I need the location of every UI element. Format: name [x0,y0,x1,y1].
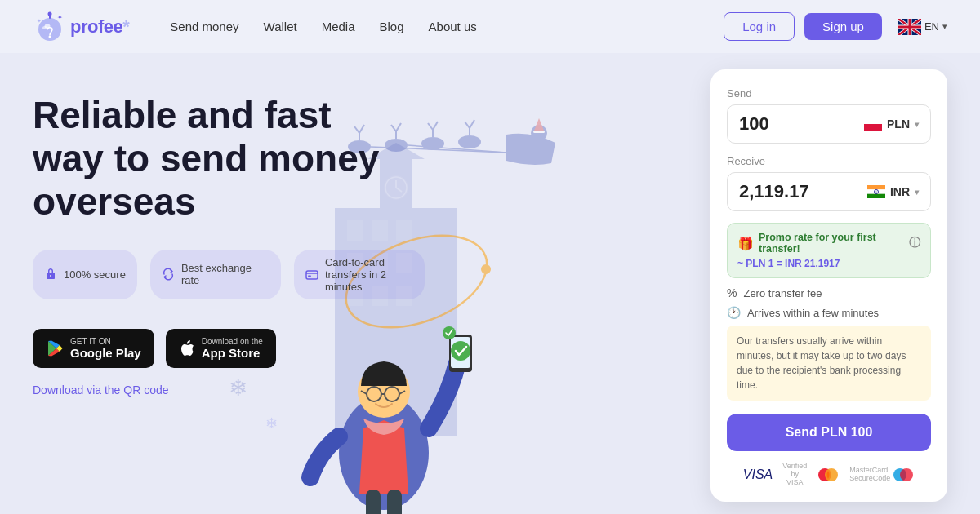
mastercard-securecode-label: MasterCard SecureCode [849,467,882,483]
google-play-text: GET IT ON Google Play [70,337,141,360]
inr-flag-icon [867,185,885,198]
send-label: Send [727,87,931,100]
logo-icon: ✦ ✦ [33,10,67,44]
google-play-button[interactable]: GET IT ON Google Play [33,329,154,368]
feature-card-text: Card-to-card transfers in 2 minutes [325,256,413,293]
uk-flag-icon [898,19,921,35]
nav-blog[interactable]: Blog [380,20,404,33]
svg-point-4 [45,24,51,28]
receive-input-row[interactable]: INR ▾ [727,172,931,211]
receive-currency-selector[interactable]: INR ▾ [867,185,919,198]
percent-icon: % [727,286,737,299]
features-row: 100% secure Best exchange rate [33,250,710,299]
transfer-panel: Send PLN ▾ Receive [710,69,947,502]
store-buttons: GET IT ON Google Play Download on the Ap… [33,329,710,368]
svg-rect-65 [864,117,882,124]
signup-button[interactable]: Sign up [804,13,882,40]
send-button[interactable]: Send PLN 100 [727,414,931,451]
nav-about-us[interactable]: About us [429,20,477,33]
main-content: Reliable and fast way to send money over… [0,53,980,514]
language-selector[interactable]: EN ▾ [898,19,947,35]
svg-point-73 [825,468,838,481]
clock-icon: 🕐 [727,306,741,319]
lock-icon [44,268,57,281]
app-store-text: Download on the App Store [202,337,263,360]
chevron-down-icon: ▾ [942,21,947,32]
send-currency-chevron: ▾ [915,120,919,129]
svg-text:✦: ✦ [57,14,63,21]
navbar: ✦ ✦ profee* Send money Wallet Media Blog… [0,0,980,53]
language-code: EN [924,20,939,33]
nav-actions: Log in Sign up EN ▾ [724,12,947,41]
feature-secure: 100% secure [33,250,137,299]
nav-media[interactable]: Media [322,20,355,33]
left-section: Reliable and fast way to send money over… [33,78,710,514]
zero-fee-text: Zero transfer fee [743,287,822,299]
notice-box: Our transfers usually arrive within minu… [727,326,931,401]
feature-exchange-text: Best exchange rate [181,262,270,286]
promo-box: 🎁 Promo rate for your first transfer! ⓘ … [727,223,931,278]
receive-amount-input[interactable] [739,181,867,202]
login-button[interactable]: Log in [724,12,795,41]
arrives-text: Arrives within a few minutes [747,307,879,319]
receive-currency-code: INR [890,185,910,198]
apple-icon [179,339,195,357]
logo[interactable]: ✦ ✦ profee* [33,10,129,44]
receive-label: Receive [727,155,931,167]
verified-visa-label: Verified by VISA [782,463,807,487]
card-icon [305,268,318,281]
send-currency-code: PLN [887,117,910,131]
svg-rect-9 [308,276,311,277]
feature-card: Card-to-card transfers in 2 minutes [294,250,425,299]
feature-exchange: Best exchange rate [150,250,281,299]
nav-links: Send money Wallet Media Blog About us [170,20,724,33]
send-currency-selector[interactable]: PLN ▾ [864,117,919,131]
visa-logo: VISA [743,467,773,482]
svg-rect-67 [867,185,885,189]
send-input-row[interactable]: PLN ▾ [727,104,931,144]
receive-currency-chevron: ▾ [915,188,919,197]
svg-rect-66 [864,124,882,131]
logo-text: profee* [70,16,129,38]
notice-text: Our transfers usually arrive within minu… [737,335,906,391]
pln-flag-icon [864,117,882,131]
svg-point-1 [48,11,52,16]
svg-rect-8 [306,271,318,279]
payment-logos: VISA Verified by VISA MasterCard SecureC… [727,463,931,487]
refresh-icon [162,268,175,281]
arrives-row: 🕐 Arrives within a few minutes [727,306,931,319]
svg-rect-69 [867,194,885,198]
svg-text:✦: ✦ [37,18,42,24]
svg-point-71 [875,192,876,193]
promo-rate: ~ PLN 1 = INR 21.1917 [737,258,920,269]
nav-wallet[interactable]: Wallet [264,20,297,33]
mastercard-icon [817,467,840,482]
promo-info-icon[interactable]: ⓘ [909,236,920,250]
maestro-icon [892,467,915,482]
app-store-button[interactable]: Download on the App Store [166,329,276,368]
google-play-icon [46,339,64,357]
zero-fee-row: % Zero transfer fee [727,286,931,299]
promo-header: 🎁 Promo rate for your first transfer! ⓘ [737,232,920,255]
nav-send-money[interactable]: Send money [170,20,238,33]
qr-download-link[interactable]: Download via the QR code [33,383,169,397]
svg-point-75 [900,468,913,481]
hero-title: Reliable and fast way to send money over… [33,94,400,224]
feature-secure-text: 100% secure [64,268,126,281]
send-amount-input[interactable] [739,113,864,135]
svg-point-2 [49,35,51,38]
